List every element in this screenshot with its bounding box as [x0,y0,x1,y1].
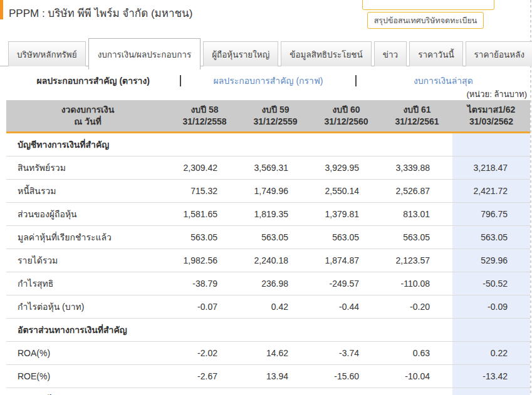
subnav-item-2[interactable]: ผลประกอบการสำคัญ (กราฟ) [181,74,355,88]
row-label: กำไรต่อหุ้น (บาท) [6,295,169,319]
cell: 563.05 [240,226,311,249]
row-label: อัตรากำไรสุทธิ(%) [6,388,169,395]
table-row: หนี้สินรวม715.321,749.962,550.142,526.87… [6,180,530,203]
cell: 14.62 [240,342,311,365]
tab-1[interactable]: บริษัท/หลักทรัพย์ [8,41,86,66]
header-col-4: งบปี 6131/12/2561 [382,100,452,133]
table-header-row: งวดงบการเงินณ วันที่งบปี 5831/12/2558งบป… [6,100,530,133]
row-label: ROE(%) [6,365,169,388]
cell: 0.22 [452,342,530,365]
cell: 2,526.87 [382,180,452,203]
unit-note: (หน่วย: ล้านบาท) [466,88,527,101]
page-title: PPPM : บริษัท พีพี ไพร์ม จำกัด (มหาชน) [9,4,192,21]
cell: 2,421.72 [452,180,530,203]
row-label: ROA(%) [6,342,169,365]
cell: 796.75 [452,203,530,226]
cell: -1.96 [169,388,240,395]
header-line: 31/12/2558 [170,116,239,128]
section-row: อัตราส่วนทางการเงินที่สำคัญ [6,319,530,342]
row-label: รายได้รวม [6,249,169,272]
header-col-2: งบปี 5931/12/2559 [240,100,311,133]
cell: -2.67 [169,365,240,388]
financial-table: งวดงบการเงินณ วันที่งบปี 5831/12/2558งบป… [6,100,530,395]
cell: 813.01 [382,203,452,226]
header-line: ณ วันที่ [8,116,168,128]
cell: 563.05 [169,226,240,249]
cell: 10.58 [240,388,311,395]
cell [382,319,452,342]
cell: 1,819.35 [240,203,311,226]
header-line: 31/03/2562 [454,116,529,128]
header-col-5: ไตรมาส1/6231/03/2562 [452,100,530,133]
cell: 0.63 [382,342,452,365]
tab-7[interactable]: ราคาย้อนหลัง [466,41,532,66]
table-row: รายได้รวม1,982.562,240.181,874.872,123.5… [6,249,530,272]
tab-3[interactable]: ผู้ถือหุ้นรายใหญ่ [203,41,278,66]
cell: -249.57 [311,272,382,295]
header-col-3: งบปี 6031/12/2560 [311,100,382,133]
table-row: ROA(%)-2.0214.62-3.740.630.22 [6,342,530,365]
cell: 1,749.96 [240,180,311,203]
cell [169,319,240,342]
cell: -13.42 [452,365,530,388]
cell [452,319,530,342]
cell [311,133,382,156]
header-line: งบปี 60 [312,104,380,116]
cell: 2,123.57 [382,249,452,272]
cell: 3,929.95 [311,156,382,180]
header-line: งบปี 59 [241,104,310,116]
row-label: สินทรัพย์รวม [6,156,169,180]
table-row: กำไรต่อหุ้น (บาท)-0.070.42-0.44-0.20-0.0… [6,295,530,319]
header-line: งวดงบการเงิน [8,104,168,116]
cell: -13.31 [311,388,382,395]
table-row: มูลค่าหุ้นที่เรียกชำระแล้ว563.05563.0556… [6,226,530,249]
cell: 1,379.81 [311,203,382,226]
subnav-item-1[interactable]: ผลประกอบการสำคัญ (ตาราง) [6,74,180,88]
subnav-item-3[interactable]: งบการเงินล่าสุด [357,74,530,88]
cell: -0.20 [382,295,452,319]
table-row: ส่วนของผู้ถือหุ้น1,581.651,819.351,379.8… [6,203,530,226]
cell: -0.07 [169,295,240,319]
cell: 563.05 [452,226,530,249]
cell: 2,550.14 [311,180,382,203]
row-label: หนี้สินรวม [6,180,169,203]
cell [382,133,452,156]
tab-2[interactable]: งบการเงิน/ผลประกอบการ [88,38,201,69]
top-partial-button[interactable] [362,0,494,10]
company-summary-button[interactable]: สรุปข้อสนเทศบริษัทจดทะเบียน [367,12,484,29]
cell: 715.32 [169,180,240,203]
cell [452,133,530,156]
cell: 236.98 [240,272,311,295]
row-label: บัญชีทางการเงินที่สำคัญ [6,133,169,156]
cell: 3,569.31 [240,156,311,180]
header-line: ไตรมาส1/62 [454,104,529,116]
cell: 563.05 [382,226,452,249]
cell: -0.09 [452,295,530,319]
tab-bar: บริษัท/หลักทรัพย์งบการเงิน/ผลประกอบการผู… [0,39,532,69]
cell [311,319,382,342]
cell [240,133,311,156]
header-line: 31/12/2560 [312,116,380,128]
cell: -38.79 [169,272,240,295]
cell: -110.08 [382,272,452,295]
cell: 1,874.87 [311,249,382,272]
tab-5[interactable]: ข่าว [374,41,407,66]
row-label: มูลค่าหุ้นที่เรียกชำระแล้ว [6,226,169,249]
tab-6[interactable]: ราคาวันนี้ [409,41,462,66]
header-col-1: งบปี 5831/12/2558 [169,100,240,133]
header-period-label: งวดงบการเงินณ วันที่ [6,100,169,133]
cell: 13.94 [240,365,311,388]
cell [169,133,240,156]
tab-4[interactable]: ข้อมูลสิทธิประโยชน์ [281,41,372,66]
cell: 1,982.56 [169,249,240,272]
row-label: กำไรสุทธิ [6,272,169,295]
cell: 3,218.47 [452,156,530,180]
accent-bar [0,0,3,19]
cell: -10.04 [382,365,452,388]
cell: -50.52 [452,272,530,295]
cell: 0.42 [240,295,311,319]
cell: 2,240.18 [240,249,311,272]
cell: -5.18 [382,388,452,395]
header-line: งบปี 61 [383,104,451,116]
table-row: อัตรากำไรสุทธิ(%)-1.9610.58-13.31-5.18-9… [6,388,530,395]
